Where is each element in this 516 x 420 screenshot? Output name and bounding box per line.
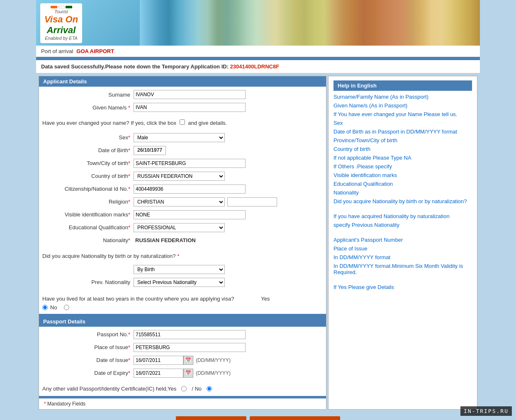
help-panel: Help in English Surname/Family Name (As … — [328, 76, 477, 410]
help-link-8[interactable]: If Others .Please specify — [333, 162, 472, 171]
name-change-suffix: and give details. — [188, 120, 227, 126]
education-label: Educational Qualification* — [42, 224, 134, 231]
date-issue-label: Date of Issue* — [42, 357, 134, 363]
town-input[interactable] — [134, 159, 246, 168]
passport-no-input[interactable] — [134, 330, 246, 339]
visible-marks-row: Visible identification marks* — [42, 209, 323, 220]
passport-section-title: Passport Details — [39, 316, 326, 327]
date-expiry-label: Date of Expiry* — [42, 370, 134, 376]
nationality-label: Nationality* — [42, 237, 134, 243]
applicant-section-title: Applicant Details — [39, 76, 326, 87]
place-issue-label: Place of Issue* — [42, 344, 134, 350]
two-years-no-radio[interactable] — [42, 305, 48, 310]
religion-select[interactable]: CHRISTIAN MUSLIM HINDU SIKH BUDDHIST JAI… — [134, 197, 225, 206]
two-years-yes-label: Yes — [261, 296, 270, 302]
two-years-yes-radio[interactable] — [64, 305, 69, 310]
date-issue-row: Date of Issue* 📅 (DD/MM/YYYY) — [42, 355, 323, 366]
help-link-2[interactable]: If You have ever changed your Name Pleas… — [333, 110, 472, 119]
other-passport-row: Any other valid Passport/Identity Certif… — [42, 386, 323, 392]
passport-no-row: Passport No.* — [42, 329, 323, 340]
port-label: Port of arrival — [41, 48, 73, 54]
country-birth-label: Country of birth* — [42, 173, 134, 179]
sex-select[interactable]: Male Female — [134, 133, 225, 142]
buttons-row: Save and Continue Save and Temporarily E… — [36, 412, 480, 420]
help-link-5[interactable]: Province/Town/City of birth — [333, 136, 472, 145]
help-link-12[interactable]: Did you acquire Nationality by birth or … — [333, 197, 472, 206]
surname-input[interactable] — [134, 90, 246, 99]
religion-controls: CHRISTIAN MUSLIM HINDU SIKH BUDDHIST JAI… — [134, 197, 277, 206]
prev-nationality-select[interactable]: Select Previous Nationality — [134, 278, 225, 287]
nationality-row: Nationality* RUSSIAN FEDERATION — [42, 235, 323, 246]
given-names-input[interactable] — [134, 103, 246, 112]
other-passport-no-radio[interactable] — [207, 386, 212, 391]
prev-nationality-row: Prev. Nationality Select Previous Nation… — [42, 277, 323, 288]
help-link-6[interactable]: Country of birth — [333, 145, 472, 153]
logo-tourist: Tourist — [54, 9, 68, 14]
help-link-9[interactable]: Visible identification marks — [333, 171, 472, 180]
nationality-value: RUSSIAN FEDERATION — [135, 237, 196, 243]
religion-row: Religion* CHRISTIAN MUSLIM HINDU SIKH BU… — [42, 197, 323, 207]
help-link-7[interactable]: If not applicable Please Type NA — [333, 153, 472, 162]
dob-value: 26/10/1977 — [134, 146, 166, 155]
save-exit-button[interactable]: Save and Temporarily Exit — [250, 416, 340, 420]
date-issue-calendar[interactable]: 📅 — [183, 356, 193, 365]
country-birth-select[interactable]: RUSSIAN FEDERATION — [134, 172, 225, 181]
notification-bar: Data saved Successfully.Please note down… — [36, 60, 480, 73]
help-link-14[interactable]: specify Previous Nationality — [333, 221, 472, 229]
two-years-no-label: No — [50, 304, 57, 311]
help-link-13[interactable]: If you have acquired Nationality by natu… — [333, 212, 472, 221]
help-link-19[interactable]: If Yes Please give Details — [333, 283, 472, 291]
help-link-1[interactable]: Given Name/s (As in Passport) — [333, 101, 472, 110]
education-row: Educational Qualification* BELOW MATRICU… — [42, 222, 323, 233]
town-label: Town/City of birth* — [42, 160, 134, 166]
help-link-11[interactable]: Nationality — [333, 188, 472, 197]
port-bar: Port of arrival GOA AIRPORT — [36, 46, 480, 58]
name-change-checkbox[interactable] — [180, 119, 185, 125]
help-link-3[interactable]: Sex — [333, 119, 472, 127]
help-title: Help in English — [333, 80, 472, 91]
watermark: IN-TRIPS.RU — [460, 406, 512, 416]
other-passport-slash: / No — [192, 386, 202, 392]
date-issue-controls: 📅 (DD/MM/YYYY) — [134, 356, 231, 365]
education-select[interactable]: BELOW MATRICULATION MATRICULATION HIGHER… — [134, 223, 225, 232]
help-link-15[interactable]: Applicant's Passport Number — [333, 235, 472, 244]
other-passport-yes-radio[interactable] — [181, 386, 187, 391]
help-link-17[interactable]: In DD/MM/YYYY format — [333, 253, 472, 262]
date-expiry-row: Date of Expiry* 📅 (DD/MM/YYYY) — [42, 368, 323, 379]
nationality-question-row: Did you acquire Nationality by birth or … — [42, 253, 323, 259]
place-issue-input[interactable] — [134, 343, 246, 352]
prev-nationality-label: Prev. Nationality — [42, 279, 134, 285]
given-names-label: Given Name/s * — [42, 104, 134, 111]
country-birth-row: Country of birth* RUSSIAN FEDERATION — [42, 171, 323, 182]
sex-label: Sex* — [42, 134, 134, 141]
given-names-row: Given Name/s * — [42, 102, 323, 113]
help-links-container: Surname/Family Name (As in Passport) Giv… — [333, 91, 472, 293]
help-link-16[interactable]: Place of Issue — [333, 244, 472, 253]
nationality-how-select[interactable]: By Birth By Naturalization — [134, 265, 225, 274]
date-issue-input[interactable] — [134, 356, 183, 365]
left-panel: Applicant Details Surname Given Name/s * — [39, 76, 326, 410]
mandatory-text: Mandatory Fields — [47, 401, 85, 407]
citizenship-input[interactable] — [134, 185, 246, 194]
port-value: GOA AIRPORT — [76, 48, 114, 54]
date-expiry-input[interactable] — [134, 369, 183, 378]
passport-no-label: Passport No.* — [42, 331, 134, 337]
help-link-4[interactable]: Date of Birth as in Passport in DD/MM/YY… — [333, 127, 472, 136]
help-link-0[interactable]: Surname/Family Name (As in Passport) — [333, 92, 472, 101]
help-link-18[interactable]: In DD/MM/YYYY format.Minimum Six Month V… — [333, 262, 472, 277]
nationality-how-row: By Birth By Naturalization — [42, 264, 323, 275]
date-expiry-format-label: (DD/MM/YYYY) — [196, 370, 231, 376]
two-years-radio-row: No — [42, 304, 323, 311]
date-expiry-calendar[interactable]: 📅 — [183, 369, 193, 378]
save-continue-button[interactable]: Save and Continue — [176, 416, 246, 420]
sex-row: Sex* Male Female — [42, 132, 323, 143]
logo-eta: Enabled by ETA — [45, 36, 78, 41]
other-passport-text: Any other valid Passport/Identity Certif… — [42, 386, 176, 392]
religion-other-input[interactable] — [227, 197, 277, 206]
help-link-10[interactable]: Educational Qualification — [333, 180, 472, 188]
surname-label: Surname — [42, 92, 134, 98]
visible-marks-input[interactable] — [134, 210, 246, 219]
logo-visa: Visa On — [44, 14, 78, 25]
religion-label: Religion* — [42, 199, 134, 205]
town-row: Town/City of birth* — [42, 158, 323, 169]
